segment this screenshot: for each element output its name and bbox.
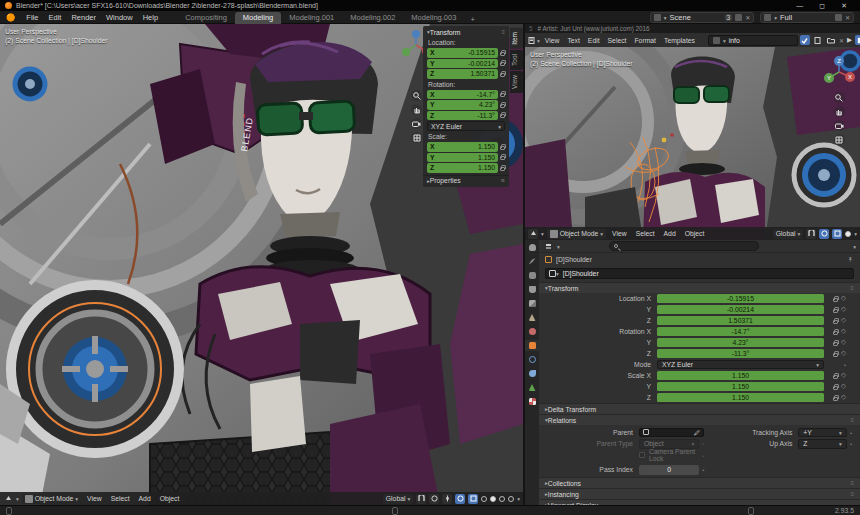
parent-type-dropdown[interactable]: Object: [639, 439, 699, 449]
shading-solid-icon[interactable]: [845, 231, 851, 237]
tab-constraints[interactable]: [525, 368, 539, 379]
menu-edit[interactable]: Edit: [585, 37, 603, 44]
maximize-button[interactable]: [819, 0, 825, 11]
menu-select[interactable]: Select: [108, 495, 133, 502]
scale-z-field[interactable]: Z1.150: [427, 163, 498, 173]
animate-dot-icon[interactable]: [841, 361, 846, 368]
orientation-dropdown[interactable]: Global: [383, 494, 413, 504]
properties-search-input[interactable]: [609, 241, 759, 251]
location-y-field[interactable]: Y-0.00214: [427, 59, 498, 69]
shading-material-icon[interactable]: [499, 496, 505, 502]
mode-dropdown[interactable]: Object Mode: [547, 229, 606, 239]
overlays-toggle-icon[interactable]: [819, 229, 829, 239]
lock-icon[interactable]: [833, 386, 838, 390]
menu-file[interactable]: File: [21, 13, 43, 22]
relations-section-header[interactable]: Relations≡: [539, 414, 860, 425]
object-datablock-field[interactable]: [D]Shoulder: [545, 268, 854, 279]
scale-x-field[interactable]: 1.150: [657, 371, 824, 381]
open-folder-icon[interactable]: [826, 35, 836, 45]
location-x-field[interactable]: -0.15915: [657, 294, 824, 304]
lock-icon[interactable]: [833, 375, 838, 379]
decorate-keyframe-icon[interactable]: ◇: [841, 295, 846, 302]
proportional-edit-icon[interactable]: [429, 494, 439, 504]
tab-view[interactable]: View: [510, 71, 523, 93]
3d-scene-right[interactable]: [525, 47, 860, 240]
zoom-icon[interactable]: [411, 90, 422, 101]
axis-gizmo-icon[interactable]: Z Y X: [822, 55, 856, 89]
new-view-layer-icon[interactable]: [835, 14, 842, 21]
pan-hand-icon[interactable]: [834, 106, 845, 117]
lock-icon[interactable]: [833, 320, 838, 324]
rotation-mode-dropdown[interactable]: XYZ Euler: [427, 121, 505, 131]
menu-object[interactable]: Object: [157, 495, 183, 502]
blender-menu-icon[interactable]: 🟠: [0, 13, 21, 22]
tab-modeling-002[interactable]: Modeling.002: [342, 12, 403, 24]
lock-icon[interactable]: [500, 73, 505, 77]
scale-x-field[interactable]: X1.150: [427, 142, 498, 152]
lock-icon[interactable]: [833, 309, 838, 313]
editor-layout-icon[interactable]: [855, 35, 860, 45]
text-editor-line[interactable]: 5 # Artist: Juri Unt (www.juriunt.com) 2…: [525, 24, 860, 33]
xray-toggle-icon[interactable]: [468, 494, 478, 504]
menu-select[interactable]: Select: [633, 230, 658, 237]
rotation-x-field[interactable]: X-14.7°: [427, 90, 498, 100]
lock-icon[interactable]: [500, 146, 505, 150]
editor-type-icon[interactable]: [3, 494, 13, 504]
instancing-section-header[interactable]: Instancing≡: [539, 488, 860, 499]
menu-format[interactable]: Format: [631, 37, 659, 44]
tab-modeling-003[interactable]: Modeling.003: [403, 12, 464, 24]
new-scene-icon[interactable]: [735, 14, 742, 21]
lock-icon[interactable]: [500, 114, 505, 118]
unlink-text-icon[interactable]: [839, 37, 844, 44]
decorate-keyframe-icon[interactable]: ◇: [841, 350, 846, 357]
animate-dot-icon[interactable]: [699, 466, 704, 473]
menu-select[interactable]: Select: [605, 37, 630, 44]
tab-compositing[interactable]: Compositing: [177, 12, 235, 24]
minimize-button[interactable]: [796, 0, 803, 11]
menu-view[interactable]: View: [542, 37, 563, 44]
rotation-z-field[interactable]: Z-11.3°: [427, 111, 498, 121]
scene-selector[interactable]: Scene 3: [650, 12, 754, 23]
transform-panel-header[interactable]: Transform≡: [423, 26, 509, 38]
menu-add[interactable]: Add: [661, 230, 679, 237]
parent-field[interactable]: [639, 428, 704, 438]
decorate-keyframe-icon[interactable]: ◇: [841, 306, 846, 313]
tab-object-data[interactable]: [525, 382, 539, 393]
perspective-toggle-icon[interactable]: [411, 132, 422, 143]
pan-hand-icon[interactable]: [411, 104, 422, 115]
tab-modeling[interactable]: Modeling: [235, 12, 281, 24]
scale-y-field[interactable]: Y1.150: [427, 153, 498, 163]
scale-y-field[interactable]: 1.150: [657, 382, 824, 392]
rotation-z-field[interactable]: -11.3°: [657, 349, 824, 359]
syntax-check-icon[interactable]: [800, 35, 810, 45]
decorate-keyframe-icon[interactable]: ◇: [841, 372, 846, 379]
lock-icon[interactable]: [500, 156, 505, 160]
location-y-field[interactable]: -0.00214: [657, 305, 824, 315]
menu-view[interactable]: View: [609, 230, 630, 237]
run-script-button[interactable]: [847, 36, 852, 44]
rotation-y-field[interactable]: 4.23°: [657, 338, 824, 348]
location-x-field[interactable]: X-0.15915: [427, 48, 498, 58]
add-workspace-button[interactable]: +: [464, 15, 480, 24]
lock-icon[interactable]: [833, 342, 838, 346]
camera-parent-lock-checkbox[interactable]: [639, 452, 645, 458]
close-button[interactable]: [841, 0, 847, 11]
snap-magnet-icon[interactable]: [806, 229, 816, 239]
lock-icon[interactable]: [500, 93, 505, 97]
zoom-icon[interactable]: [834, 92, 845, 103]
unlink-scene-icon[interactable]: [745, 13, 750, 22]
properties-panel-header[interactable]: Properties≡: [423, 175, 509, 186]
location-z-field[interactable]: 1.50371: [657, 316, 824, 326]
shading-wireframe-icon[interactable]: [481, 496, 487, 502]
editor-type-icon[interactable]: [525, 242, 539, 253]
collections-section-header[interactable]: Collections≡: [539, 477, 860, 488]
new-text-icon[interactable]: [813, 35, 823, 45]
lock-icon[interactable]: [833, 298, 838, 302]
rotation-y-field[interactable]: Y4.23°: [427, 100, 498, 110]
menu-view[interactable]: View: [84, 495, 105, 502]
rotation-x-field[interactable]: -14.7°: [657, 327, 824, 337]
tab-view-layer[interactable]: [525, 298, 539, 309]
filter-dropdown-icon[interactable]: [853, 243, 856, 250]
tab-object[interactable]: [525, 340, 539, 351]
camera-view-icon[interactable]: [834, 120, 845, 131]
